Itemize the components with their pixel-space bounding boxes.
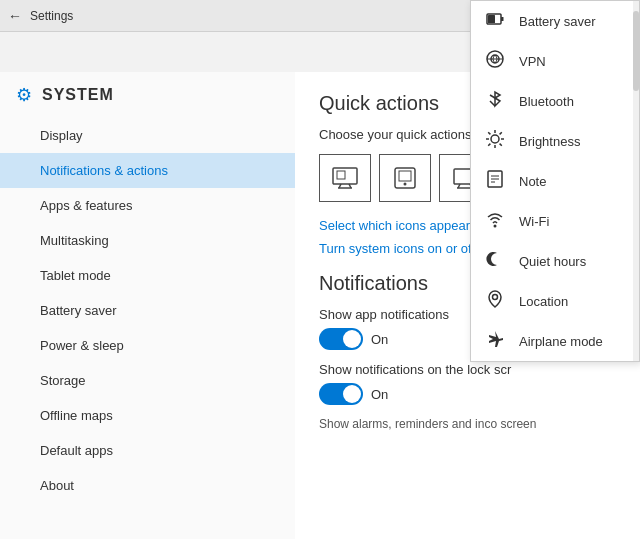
monitor-icon <box>331 166 359 190</box>
dropdown-item-location[interactable]: Location <box>471 281 639 321</box>
dropdown-item-brightness[interactable]: Brightness <box>471 121 639 161</box>
vpn-icon <box>483 49 507 73</box>
svg-rect-14 <box>488 15 495 23</box>
system-header: ⚙ SYSTEM <box>0 72 295 118</box>
show-lock-screen-toggle[interactable] <box>319 383 363 405</box>
dropdown-label-battery-saver: Battery saver <box>519 14 596 29</box>
dropdown-label-brightness: Brightness <box>519 134 580 149</box>
dropdown-item-wifi[interactable]: Wi-Fi <box>471 201 639 241</box>
scrollbar-thumb[interactable] <box>633 11 639 91</box>
svg-line-26 <box>500 144 502 146</box>
show-app-notifications-toggle[interactable] <box>319 328 363 350</box>
sidebar-item-power[interactable]: Power & sleep <box>0 328 295 363</box>
svg-line-27 <box>500 132 502 134</box>
alarm-text: Show alarms, reminders and inco screen <box>319 417 616 431</box>
system-title: SYSTEM <box>42 86 114 104</box>
sidebar-item-battery[interactable]: Battery saver <box>0 293 295 328</box>
back-button[interactable]: ← <box>8 8 22 24</box>
note-icon <box>483 169 507 193</box>
dropdown-label-note: Note <box>519 174 546 189</box>
quiet-hours-icon <box>483 249 507 273</box>
action-tile-1[interactable] <box>319 154 371 202</box>
sidebar: ⚙ SYSTEM Display Notifications & actions… <box>0 72 295 539</box>
brightness-icon <box>483 129 507 153</box>
sidebar-item-tablet[interactable]: Tablet mode <box>0 258 295 293</box>
show-lock-screen-row: Show notifications on the lock scr On <box>319 362 616 405</box>
dropdown-label-location: Location <box>519 294 568 309</box>
svg-point-34 <box>493 295 498 300</box>
scrollbar-track <box>633 1 639 361</box>
svg-rect-4 <box>337 171 345 179</box>
dropdown-item-note[interactable]: Note <box>471 161 639 201</box>
action-tile-2[interactable] <box>379 154 431 202</box>
dropdown-item-battery-saver[interactable]: Battery saver <box>471 1 639 41</box>
location-icon <box>483 289 507 313</box>
sidebar-item-display[interactable]: Display <box>0 118 295 153</box>
tablet-icon <box>391 166 419 190</box>
airplane-mode-icon <box>483 329 507 353</box>
bluetooth-icon <box>483 89 507 113</box>
dropdown-item-airplane-mode[interactable]: Airplane mode <box>471 321 639 361</box>
sidebar-item-about[interactable]: About <box>0 468 295 503</box>
dropdown-label-wifi: Wi-Fi <box>519 214 549 229</box>
show-lock-screen-label: Show notifications on the lock scr <box>319 362 616 377</box>
svg-line-25 <box>488 132 490 134</box>
dropdown-label-vpn: VPN <box>519 54 546 69</box>
svg-rect-7 <box>399 171 411 181</box>
dropdown-overlay: Battery saver VPN Bluetooth <box>470 0 640 362</box>
svg-point-6 <box>404 183 407 186</box>
sidebar-item-notifications[interactable]: Notifications & actions <box>0 153 295 188</box>
show-lock-toggle-row: On <box>319 383 616 405</box>
sidebar-item-multitasking[interactable]: Multitasking <box>0 223 295 258</box>
dropdown-label-quiet-hours: Quiet hours <box>519 254 586 269</box>
dropdown-label-bluetooth: Bluetooth <box>519 94 574 109</box>
sidebar-item-offline-maps[interactable]: Offline maps <box>0 398 295 433</box>
title-bar-title: Settings <box>30 9 73 23</box>
dropdown-item-bluetooth[interactable]: Bluetooth <box>471 81 639 121</box>
system-icon: ⚙ <box>16 84 32 106</box>
show-app-notifications-status: On <box>371 332 388 347</box>
svg-line-28 <box>488 144 490 146</box>
dropdown-label-airplane-mode: Airplane mode <box>519 334 603 349</box>
svg-point-33 <box>494 225 497 228</box>
sidebar-item-default-apps[interactable]: Default apps <box>0 433 295 468</box>
wifi-icon <box>483 209 507 233</box>
svg-point-20 <box>491 135 499 143</box>
dropdown-item-vpn[interactable]: VPN <box>471 41 639 81</box>
svg-rect-13 <box>501 17 504 21</box>
sidebar-item-apps[interactable]: Apps & features <box>0 188 295 223</box>
show-lock-screen-status: On <box>371 387 388 402</box>
sidebar-item-storage[interactable]: Storage <box>0 363 295 398</box>
battery-saver-icon <box>483 9 507 33</box>
dropdown-item-quiet-hours[interactable]: Quiet hours <box>471 241 639 281</box>
